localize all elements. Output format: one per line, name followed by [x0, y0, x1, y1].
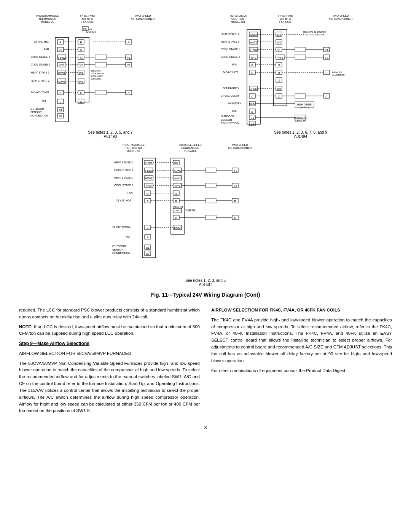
diagram1-note: See notes 1, 2, 3, 5, and 7 A01493 [88, 130, 132, 139]
svg-text:PROGRAMMABLE: PROGRAMMABLE [122, 144, 145, 146]
svg-text:HEAT STAGE 1: HEAT STAGE 1 [221, 40, 239, 43]
svg-text:G: G [175, 192, 177, 195]
svg-text:FURNACE: FURNACE [184, 150, 197, 152]
diagram2-note: See notes 1, 2, 3, 6, 7, 8, and 9 A01494 [274, 130, 327, 139]
svg-rect-260 [206, 215, 216, 220]
svg-text:THERMOSTAT: THERMOSTAT [124, 147, 142, 149]
svg-text:W1: W1 [79, 71, 83, 75]
diagram3-svg: PROGRAMMABLE THERMOSTAT MODEL 2S VARIABL… [110, 141, 301, 278]
svg-text:TWO-SPEED: TWO-SPEED [135, 14, 151, 17]
svg-text:C: C [175, 216, 177, 220]
diagram3-container: PROGRAMMABLE THERMOSTAT MODEL 2S VARIABL… [110, 141, 301, 287]
right-para2: The FK4C and FV4A provide high- and low-… [211, 317, 392, 364]
svg-text:COOL STAGE 2: COOL STAGE 2 [114, 184, 134, 187]
svg-text:HEAT STAGE 2: HEAT STAGE 2 [114, 161, 133, 164]
right-para3: For other combinations of equipment cons… [211, 367, 392, 374]
svg-text:O/W2: O/W2 [250, 34, 257, 36]
svg-text:FOR HEAT STAGING: FOR HEAT STAGING [303, 34, 325, 36]
svg-text:AIR CONDITIONER: AIR CONDITIONER [329, 18, 353, 20]
svg-text:Y2: Y2 [325, 56, 328, 59]
svg-text:SENSOR: SENSOR [112, 248, 124, 251]
svg-text:R: R [278, 71, 280, 75]
diagram1-svg: PROGRAMMABLE THERMOSTAT MODEL 2S FK4C, F… [29, 11, 192, 129]
step-heading: Step 9—Make Airflow Selections [19, 340, 200, 347]
svg-text:HEAT STAGE 1: HEAT STAGE 1 [114, 176, 133, 179]
svg-text:FOR HEAT: FOR HEAT [91, 75, 103, 77]
svg-text:DH: DH [277, 87, 281, 91]
svg-text:S2: S2 [146, 252, 149, 256]
svg-text:OUTDOOR: OUTDOOR [294, 117, 307, 119]
svg-text:OUTDOOR: OUTDOOR [30, 107, 44, 110]
svg-text:COOL STAGE 2: COOL STAGE 2 [221, 56, 240, 58]
text-col-right: AIRFLOW SELECTION FOR FK4C, FV4A, OR 40F… [211, 307, 392, 417]
svg-text:C: C [278, 95, 280, 98]
svg-text:Y1: Y1 [325, 48, 328, 52]
svg-rect-72 [95, 90, 107, 95]
svg-text:MODEL RH: MODEL RH [231, 21, 245, 23]
svg-text:24 VAC HOT: 24 VAC HOT [34, 40, 50, 43]
svg-text:G: G [147, 192, 149, 195]
svg-rect-45 [95, 62, 107, 67]
svg-text:Y/Y2: Y/Y2 [277, 56, 283, 59]
svg-text:REMOVE: REMOVE [91, 70, 101, 72]
svg-text:FK4C, FV4A: FK4C, FV4A [80, 14, 95, 17]
diagrams-top-row: PROGRAMMABLE THERMOSTAT MODEL 2S FK4C, F… [15, 11, 396, 139]
svg-text:B: B [251, 110, 253, 113]
svg-text:Y1: Y1 [233, 169, 237, 173]
airflow-heading: AIRFLOW SELECTION FOR 58CVA/58MVP FURNAC… [19, 350, 200, 357]
svg-text:AIR CONDITIONER: AIR CONDITIONER [228, 147, 252, 149]
svg-text:HUMIDIFY: HUMIDIFY [228, 102, 241, 105]
svg-text:JUMPER: JUMPER [86, 30, 96, 33]
right-bold-heading: AIRFLOW SELECTION FOR FK4C, FV4A, OR 40F… [211, 308, 340, 312]
svg-text:24 VAC COMM: 24 VAC COMM [112, 226, 131, 228]
svg-text:DE: DE [175, 210, 179, 212]
svg-text:J2 JUMPER: J2 JUMPER [91, 72, 104, 75]
left-para1: required. The LCC for standard PSC blowe… [19, 307, 200, 321]
svg-text:C: C [59, 91, 62, 95]
left-para2: NOTE: If an LCC is desired, low-speed ai… [19, 324, 200, 337]
svg-text:FAN: FAN [127, 192, 133, 194]
page-number: 8 [15, 425, 396, 430]
svg-text:O/W2: O/W2 [145, 162, 152, 165]
left-para4: The 58CVA/58MVP Non-Condensing Variable … [19, 360, 200, 415]
svg-text:HUMIDIFIER: HUMIDIFIER [297, 103, 312, 106]
svg-rect-249 [206, 198, 216, 203]
svg-text:J1 JUMPER: J1 JUMPER [332, 74, 345, 76]
svg-text:SENSOR: SENSOR [221, 118, 232, 121]
page: PROGRAMMABLE THERMOSTAT MODEL 2S FK4C, F… [0, 0, 411, 532]
svg-text:C: C [325, 95, 328, 98]
diagram1-container: PROGRAMMABLE THERMOSTAT MODEL 2S FK4C, F… [29, 11, 192, 139]
svg-text:R: R [59, 41, 62, 44]
svg-text:Y/Y2: Y/Y2 [250, 56, 256, 59]
svg-text:DHUM: DHUM [250, 88, 258, 90]
svg-text:R: R [80, 41, 82, 44]
svg-text:R: R [325, 71, 328, 75]
svg-text:W/W1: W/W1 [250, 41, 257, 44]
svg-text:W1: W1 [277, 41, 281, 44]
svg-text:HEAT STAGE 2: HEAT STAGE 2 [31, 80, 49, 82]
text-col-left: required. The LCC for standard PSC blowe… [19, 307, 200, 417]
svg-text:MODEL 2S: MODEL 2S [41, 21, 54, 23]
svg-text:J1: J1 [89, 27, 92, 30]
svg-text:OUTDOOR: OUTDOOR [221, 115, 234, 118]
svg-text:JUMPER: JUMPER [185, 209, 195, 212]
svg-text:C: C [127, 91, 130, 95]
svg-text:HEAT STAGE 2: HEAT STAGE 2 [221, 33, 239, 35]
svg-text:O/W2: O/W2 [58, 80, 65, 83]
svg-rect-192 [247, 30, 260, 124]
svg-text:(24 VAC): (24 VAC) [300, 106, 309, 109]
svg-text:Y1: Y1 [127, 56, 130, 59]
svg-text:HUM: HUM [249, 102, 255, 106]
diagrams-section: PROGRAMMABLE THERMOSTAT MODEL 2S FK4C, F… [15, 11, 396, 303]
svg-text:OR 40FK: OR 40FK [82, 18, 93, 20]
svg-text:Y/Y2: Y/Y2 [146, 185, 151, 187]
diagram2-svg: THERMIDISTAT CONTROL MODEL RH FK4C, FV4A… [219, 11, 382, 129]
svg-rect-232 [206, 183, 216, 188]
svg-text:24 VAC HOT: 24 VAC HOT [223, 71, 238, 73]
figure-title: Fig. 11—Typical 24V Wiring Diagram (Cont… [151, 292, 260, 298]
svg-text:TWO-SPEED: TWO-SPEED [232, 144, 248, 146]
svg-rect-167 [295, 94, 306, 98]
svg-text:Y1: Y1 [79, 56, 83, 59]
svg-text:OUTDOOR: OUTDOOR [112, 245, 126, 248]
svg-text:Y1/W2: Y1/W2 [145, 169, 153, 172]
